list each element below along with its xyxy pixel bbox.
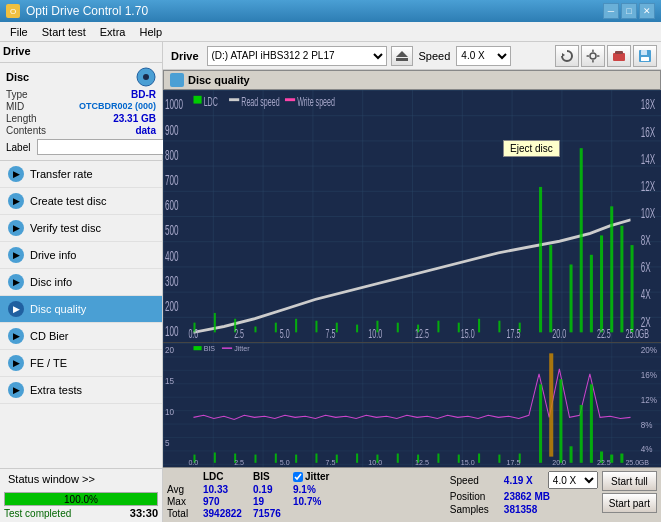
eject-button[interactable] (391, 46, 413, 66)
svg-rect-104 (437, 454, 439, 463)
length-label: Length (6, 113, 37, 124)
disc-quality-label: Disc quality (30, 303, 86, 315)
svg-text:BIS: BIS (204, 345, 216, 353)
svg-rect-51 (478, 319, 480, 333)
svg-rect-41 (275, 323, 277, 333)
svg-rect-105 (458, 455, 460, 463)
contents-label: Contents (6, 125, 46, 136)
label-input[interactable] (37, 139, 166, 155)
svg-rect-110 (559, 379, 562, 463)
svg-rect-98 (315, 454, 317, 463)
drive-select[interactable]: (D:) ATAPI iHBS312 2 PL17 (207, 46, 387, 66)
menu-extra[interactable]: Extra (94, 24, 132, 40)
svg-rect-10 (597, 55, 600, 57)
drive-ctrl-label: Drive (167, 50, 203, 62)
svg-text:20.0: 20.0 (552, 326, 566, 341)
svg-rect-15 (641, 57, 649, 61)
maximize-button[interactable]: □ (621, 3, 637, 19)
svg-rect-116 (620, 454, 623, 463)
svg-rect-130 (193, 346, 201, 350)
svg-rect-107 (498, 455, 500, 463)
svg-text:Jitter: Jitter (234, 345, 250, 353)
menu-help[interactable]: Help (133, 24, 168, 40)
svg-rect-56 (570, 264, 573, 332)
time-display: 33:30 (130, 507, 158, 519)
svg-rect-59 (600, 235, 603, 332)
total-bis: 71576 (253, 508, 293, 519)
close-button[interactable]: ✕ (639, 3, 655, 19)
sidebar-item-cd-bier[interactable]: ▶ CD Bier (0, 323, 162, 350)
minimize-button[interactable]: ─ (603, 3, 619, 19)
cd-bier-label: CD Bier (30, 330, 69, 342)
settings-button[interactable] (581, 45, 605, 67)
speed-select-top[interactable]: 4.0 X (456, 46, 511, 66)
titlebar-controls[interactable]: ─ □ ✕ (603, 3, 655, 19)
save-button[interactable] (633, 45, 657, 67)
sidebar-item-fe-te[interactable]: ▶ FE / TE (0, 350, 162, 377)
erase-button[interactable] (607, 45, 631, 67)
sidebar-item-create-test-disc[interactable]: ▶ Create test disc (0, 188, 162, 215)
svg-rect-8 (592, 60, 594, 63)
sidebar-item-transfer-rate[interactable]: ▶ Transfer rate (0, 161, 162, 188)
svg-marker-3 (396, 51, 408, 57)
max-ldc: 970 (203, 496, 253, 507)
svg-text:LDC: LDC (204, 93, 218, 108)
app-title: Opti Drive Control 1.70 (26, 4, 148, 18)
cd-bier-icon: ▶ (8, 328, 24, 344)
speed-ctrl-label: Speed (417, 50, 453, 62)
speed-stat-select[interactable]: 4.0 X (548, 471, 598, 489)
svg-text:12.5: 12.5 (415, 326, 429, 341)
svg-rect-58 (590, 255, 593, 333)
verify-test-disc-label: Verify test disc (30, 222, 101, 234)
start-part-button[interactable]: Start part (602, 493, 657, 513)
start-full-button[interactable]: Start full (602, 471, 657, 491)
start-buttons: Start full Start part (602, 471, 657, 513)
drive-info-label: Drive info (30, 249, 76, 261)
jitter-checkbox[interactable] (293, 472, 303, 482)
svg-text:5: 5 (165, 439, 170, 448)
svg-rect-54 (539, 187, 542, 332)
sidebar-item-drive-info[interactable]: ▶ Drive info (0, 242, 162, 269)
svg-rect-38 (214, 313, 216, 332)
svg-text:10X: 10X (641, 204, 655, 222)
progress-text: 100.0% (5, 493, 157, 505)
speed-stat-value: 4.19 X (504, 475, 544, 486)
sidebar-item-disc-quality[interactable]: ▶ Disc quality (0, 296, 162, 323)
menu-file[interactable]: File (4, 24, 34, 40)
svg-rect-111 (570, 446, 573, 463)
svg-rect-96 (275, 454, 277, 463)
svg-text:15.0: 15.0 (461, 326, 475, 341)
svg-rect-62 (631, 245, 634, 332)
sidebar-item-verify-test-disc[interactable]: ▶ Verify test disc (0, 215, 162, 242)
svg-rect-100 (356, 454, 358, 463)
svg-text:400: 400 (165, 247, 179, 265)
svg-text:20%: 20% (641, 346, 657, 355)
bottom-chart: 20 15 10 5 20% 16% 12% 8% 4% (163, 343, 661, 467)
svg-text:GB: GB (639, 459, 649, 467)
svg-rect-57 (580, 148, 583, 332)
menu-start-test[interactable]: Start test (36, 24, 92, 40)
type-value: BD-R (131, 89, 156, 100)
mid-value: OTCBDR002 (000) (79, 101, 156, 112)
status-completed-text: Test completed (4, 508, 71, 519)
svg-rect-112 (580, 405, 583, 463)
sidebar-item-extra-tests[interactable]: ▶ Extra tests (0, 377, 162, 404)
fe-te-label: FE / TE (30, 357, 67, 369)
svg-text:15.0: 15.0 (461, 459, 475, 467)
svg-text:100: 100 (165, 322, 179, 340)
contents-value: data (135, 125, 156, 136)
max-row-label: Max (167, 496, 203, 507)
svg-rect-40 (254, 327, 256, 333)
refresh-button[interactable] (555, 45, 579, 67)
sidebar-item-disc-info[interactable]: ▶ Disc info (0, 269, 162, 296)
status-window-button[interactable]: Status window >> (0, 468, 162, 489)
disc-quality-icon: ▶ (8, 301, 24, 317)
svg-text:20: 20 (165, 346, 174, 355)
svg-point-6 (590, 53, 596, 59)
sidebar: Drive Disc Type BD-R MID OTCBDR002 (000)… (0, 42, 163, 522)
svg-point-1 (143, 74, 149, 80)
svg-rect-93 (214, 453, 216, 463)
svg-rect-44 (336, 323, 338, 333)
svg-text:12X: 12X (641, 177, 655, 195)
svg-rect-55 (549, 245, 552, 332)
